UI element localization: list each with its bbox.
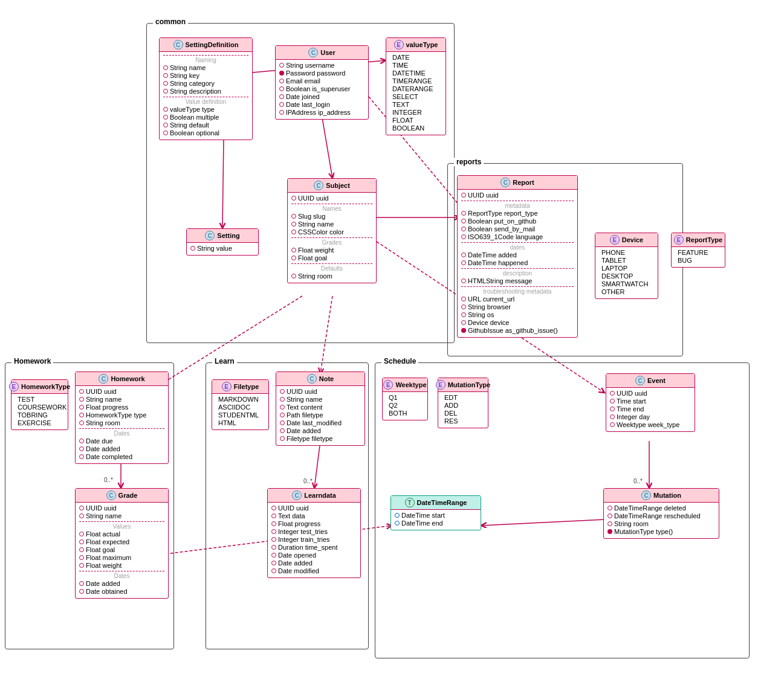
field-row: Integer test_tries (271, 528, 357, 535)
field-dot (291, 274, 296, 278)
field-text: UUID uuid (278, 504, 309, 512)
field-text: Date obtained (86, 588, 128, 595)
field-text: MutationType type() (614, 528, 673, 535)
field-dot (79, 589, 84, 594)
field-row: Date completed (79, 453, 164, 460)
field-row: Integer day (610, 413, 691, 420)
field-row: Filetype filetype (280, 435, 361, 442)
field-row: DateTimeRange deleted (607, 504, 715, 512)
field-row: String name (291, 220, 372, 228)
field-dot (461, 260, 466, 265)
enum-value: SELECT (390, 93, 442, 100)
field-row: Float weight (291, 246, 372, 254)
field-row: Boolean is_superuser (279, 85, 364, 92)
field-row: DateTime end (395, 520, 477, 527)
field-dot (163, 130, 168, 135)
field-dot (610, 422, 615, 427)
section-label: Values (79, 521, 164, 530)
field-text: String name (298, 220, 334, 228)
enum-value: DATETIME (390, 69, 442, 77)
field-row: Float goal (291, 254, 372, 262)
class-header-Event: C Event (606, 374, 695, 388)
class-header-valueType: E valueType (386, 38, 445, 52)
field-row: String room (607, 520, 715, 527)
enum-value: MARKDOWN (216, 396, 265, 403)
enum-value: BUG (675, 257, 721, 264)
field-text: Password password (286, 69, 345, 77)
field-text: DateTime start (401, 512, 445, 519)
field-dot (79, 539, 84, 544)
field-row: String name (163, 64, 248, 71)
class-Setting: C Setting String value (186, 228, 259, 256)
field-text: String value (197, 245, 232, 252)
field-dot (279, 102, 284, 107)
class-name: DateTimeRange (417, 499, 467, 506)
diagram-container: 0..* 0..* 0..* common reports Homework L… (0, 0, 784, 682)
field-dot (79, 420, 84, 425)
field-row: Date added (271, 559, 357, 567)
field-dot (79, 413, 84, 417)
field-dot (79, 555, 84, 560)
field-text: URL current_url (468, 295, 514, 303)
field-dot (291, 214, 296, 219)
field-text: DateTime added (468, 251, 517, 259)
field-dot (79, 439, 84, 443)
section-label: description (461, 268, 574, 277)
field-row: Weektype week_type (610, 421, 691, 428)
field-dot (461, 320, 466, 325)
class-Weektype: E Weektype Q1 Q2 BOTH (382, 378, 428, 420)
namespace-learn-label: Learn (212, 357, 237, 365)
enum-value: FLOAT (390, 117, 442, 124)
field-dot (279, 110, 284, 115)
field-text: String default (170, 121, 209, 129)
class-badge: C (173, 40, 183, 50)
class-header-DateTimeRange: T DateTimeRange (391, 496, 481, 510)
class-Learndata: C Learndata UUID uuid Text data Float pr… (267, 488, 361, 578)
field-text: Boolean multiple (170, 114, 219, 121)
class-header-Filetype: E Filetype (212, 380, 268, 394)
field-dot (461, 278, 466, 283)
class-body: UUID uuid Names Slug slug String name CS… (288, 193, 376, 283)
class-body: UUID uuid String name Values Float actua… (76, 503, 168, 598)
field-dot (271, 568, 276, 573)
class-body: UUID uuid Text data Float progress Integ… (268, 503, 360, 577)
field-dot (79, 581, 84, 586)
field-dot (271, 545, 276, 550)
field-row: String username (279, 62, 364, 69)
class-header-Grade: C Grade (76, 489, 168, 503)
section-label: Grades (291, 237, 372, 246)
field-dot (610, 407, 615, 411)
field-text: Text data (278, 512, 305, 520)
field-dot (79, 506, 84, 510)
class-body: UUID uuid metadata ReportType report_typ… (458, 190, 577, 337)
field-dot (280, 428, 285, 433)
class-SettingDefinition: C SettingDefinition Naming String name S… (159, 37, 253, 140)
field-dot (163, 115, 168, 120)
field-row: Date added (79, 445, 164, 452)
field-text: HTMLString message (468, 277, 532, 285)
field-row: HTMLString message (461, 277, 574, 285)
class-ReportType: E ReportType FEATURE BUG (671, 233, 725, 268)
class-body: UUID uuid String name Float progress Hom… (76, 386, 168, 463)
enum-value: FEATURE (675, 249, 721, 256)
field-row: ISO639_1Code language (461, 233, 574, 240)
field-row: String room (291, 272, 372, 280)
field-row: Email email (279, 77, 364, 85)
field-text: HomeworkType type (86, 411, 146, 419)
field-dot (291, 256, 296, 260)
class-badge: C (307, 374, 317, 384)
enum-value: TEXT (390, 101, 442, 108)
field-text: Date last_login (286, 101, 330, 108)
field-text: Time end (617, 405, 644, 413)
field-text: Date last_modified (287, 419, 342, 426)
class-name: valueType (406, 41, 438, 48)
field-text: String room (86, 419, 120, 426)
field-text: Boolean put_on_github (468, 217, 536, 225)
field-row: String category (163, 80, 248, 87)
field-row: Float weight (79, 562, 164, 569)
class-name: Device (622, 236, 643, 243)
enum-value: COURSEWORK (15, 404, 64, 411)
field-text: String name (86, 512, 121, 520)
field-row: Boolean optional (163, 129, 248, 137)
field-text: Date due (86, 437, 113, 445)
